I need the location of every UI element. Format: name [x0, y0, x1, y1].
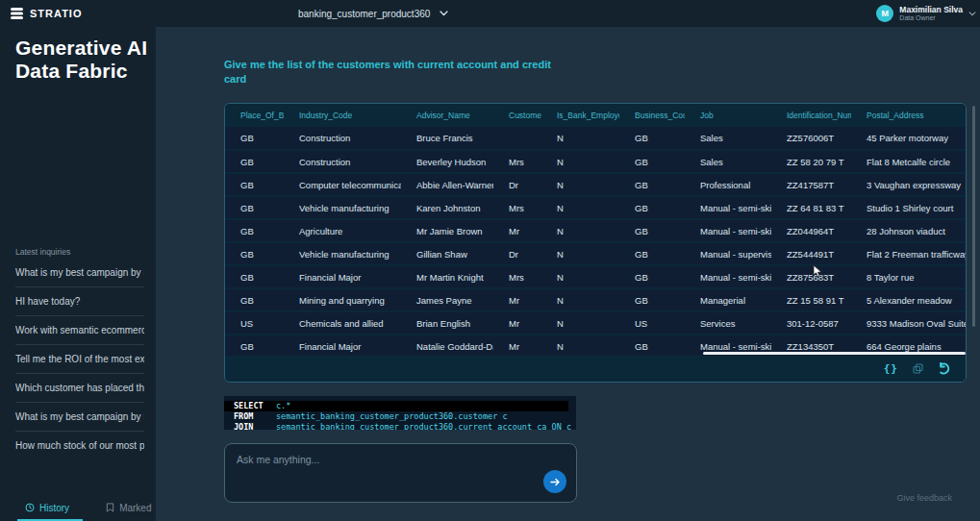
table-cell: N: [541, 242, 619, 265]
table-header-row: Place_Of_BirthIndustry_CodeAdvisor_NameC…: [225, 104, 967, 127]
user-role: Data Owner: [899, 14, 963, 22]
table-cell: Mr Martin Knight: [401, 265, 493, 288]
tab-history[interactable]: History: [25, 503, 69, 513]
table-cell: Mr: [493, 288, 541, 311]
table-cell: ZZ875683T: [771, 265, 851, 288]
dataset-dropdown[interactable]: banking_customer_product360: [298, 0, 448, 27]
ask-input[interactable]: [225, 444, 576, 502]
table-cell: Manual - semi-skilled: [685, 265, 771, 288]
table-cell: Flat 2 Freeman trafficway: [851, 242, 967, 265]
table-cell: ZZ 15 58 91 T: [771, 288, 851, 311]
table-cell: Dr: [493, 242, 541, 265]
table-cell: 9333 Madison Oval Suite 607: [851, 311, 967, 335]
sql-code: semantic_banking_customer_product360.cus…: [276, 411, 508, 421]
table-header-row-tr: Place_Of_BirthIndustry_CodeAdvisor_NameC…: [225, 104, 967, 127]
table-cell: GB: [225, 219, 284, 242]
column-header: Identification_Number: [771, 104, 851, 127]
topbar: STRATIO banking_customer_product360 M Ma…: [0, 0, 980, 27]
dataset-dropdown-label: banking_customer_product360: [298, 9, 430, 19]
column-header: Place_Of_Birth: [225, 104, 284, 127]
table-cell: GB: [225, 242, 284, 265]
table-row: GBVehicle manufacturingGillian ShawDrNGB…: [225, 242, 967, 265]
table-cell: N: [541, 288, 619, 311]
give-feedback-link[interactable]: Give feedback: [896, 493, 952, 503]
table-cell: N: [541, 150, 619, 173]
inquiry-item[interactable]: Work with semantic ecommerce d...: [15, 316, 144, 345]
stratio-logo: STRATIO: [10, 0, 82, 27]
sql-line: FROMsemantic_banking_customer_product360…: [224, 411, 576, 422]
table-cell: Chemicals and allied: [284, 311, 401, 335]
copy-icon[interactable]: [913, 363, 923, 374]
inquiry-item[interactable]: What is my best campaign by ROI ...: [15, 403, 144, 432]
tab-marked-label: Marked: [119, 503, 151, 513]
inquiry-item[interactable]: Which customer has placed the m...: [15, 374, 144, 403]
bookmark-icon: [106, 503, 114, 512]
rerun-icon[interactable]: [938, 362, 950, 375]
table-cell: Agriculture: [284, 219, 401, 242]
sql-line: JOINsemantic_banking_customer_product360…: [224, 422, 576, 430]
user-menu[interactable]: M Maximilian Silva Data Owner: [876, 0, 976, 27]
vertical-scrollbar[interactable]: [972, 106, 975, 327]
table-cell: Sales: [685, 150, 771, 173]
table-cell: Financial Major: [284, 335, 401, 358]
table-cell: 45 Parker motorway: [851, 127, 967, 150]
clock-icon: [25, 503, 35, 512]
table-cell: Brian English: [401, 311, 493, 335]
table-cell: ZZ417587T: [771, 173, 851, 196]
table-cell: Construction: [284, 150, 401, 173]
table-cell: Managerial: [685, 288, 771, 311]
table-cell: N: [541, 219, 619, 242]
user-name: Maximilian Silva: [899, 5, 963, 14]
table-cell: GB: [225, 335, 284, 358]
table-cell: 5 Alexander meadow: [851, 288, 967, 311]
tab-marked[interactable]: Marked: [106, 503, 151, 513]
column-header: Industry_Code: [284, 104, 401, 127]
table-cell: N: [541, 196, 619, 219]
table-cell: N: [541, 311, 619, 335]
table-cell: GB: [225, 288, 284, 311]
table-cell: Manual - semi-skilled: [685, 196, 771, 219]
inquiry-item[interactable]: What is my best campaign by ROI ...: [15, 259, 144, 287]
inquiry-item[interactable]: How much stock of our most popu...: [15, 432, 144, 459]
latest-inquiries-label: Latest inquiries: [15, 247, 70, 257]
column-header: Job: [685, 104, 771, 127]
table-cell: Financial Major: [284, 265, 401, 288]
inquiry-item[interactable]: HI have today?: [15, 287, 144, 316]
tab-history-label: History: [39, 503, 69, 513]
table-cell: US: [619, 311, 685, 335]
column-header: Advisor_Name: [401, 104, 493, 127]
braces-icon[interactable]: {}: [884, 362, 898, 375]
table-cell: 8 Taylor rue: [851, 265, 967, 288]
table-row: GBComputer telecommunicationsAbbie Allen…: [225, 173, 967, 196]
table-cell: 301-12-0587: [771, 311, 851, 335]
table-cell: Mrs: [493, 150, 541, 173]
inquiry-list: What is my best campaign by ROI ...HI ha…: [15, 259, 144, 459]
column-header: Postal_Address: [851, 104, 967, 127]
sql-block: SELECTc.*FROMsemantic_banking_customer_p…: [224, 396, 576, 430]
table-cell: Vehicle manufacturing: [284, 242, 401, 265]
inquiry-item[interactable]: Tell me the ROI of the most expen...: [15, 345, 144, 374]
avatar: M: [876, 5, 893, 22]
table-cell: 28 Johnson viaduct: [851, 219, 967, 242]
column-header: Customer_Title: [493, 104, 541, 127]
table-horizontal-scrollbar[interactable]: [703, 352, 966, 355]
table-cell: N: [541, 173, 619, 196]
table-cell: Manual - supervisory: [685, 242, 771, 265]
ask-input-box: [224, 443, 577, 503]
table-cell: Vehicle manufacturing: [284, 196, 401, 219]
table-body: GBConstructionBruce FrancisNGBSalesZZ576…: [225, 127, 967, 358]
send-button[interactable]: [543, 470, 566, 493]
table-cell: GB: [619, 173, 685, 196]
mouse-cursor: [813, 264, 824, 278]
table-cell: Services: [685, 311, 771, 335]
table-cell: James Payne: [401, 288, 493, 311]
table-cell: Manual - semi-skilled: [685, 219, 771, 242]
results-table: Place_Of_BirthIndustry_CodeAdvisor_NameC…: [225, 104, 967, 359]
table-cell: GB: [225, 173, 284, 196]
sql-code: c.*: [276, 401, 290, 410]
table-cell: ZZ 64 81 83 T: [771, 196, 851, 219]
table-cell: ZZ044964T: [771, 219, 851, 242]
table-cell: Studio 1 Shirley court: [851, 196, 967, 219]
table-row: GBAgricultureMr Jamie BrownMrNGBManual -…: [225, 219, 967, 242]
sql-keyword: JOIN: [234, 422, 276, 430]
